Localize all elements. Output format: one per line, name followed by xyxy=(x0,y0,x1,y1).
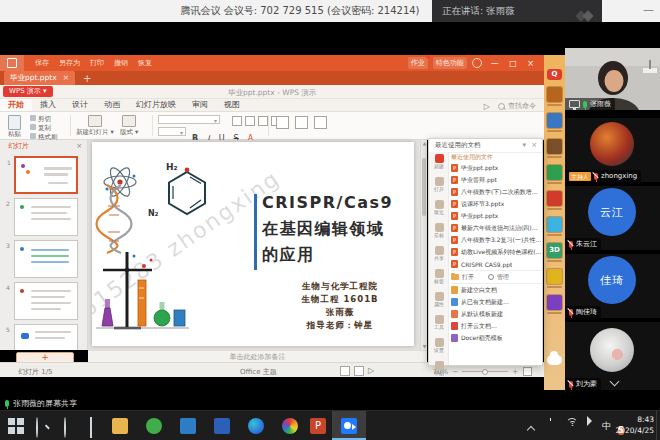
tab-insert[interactable]: 插入 xyxy=(32,99,64,111)
slide-thumbnail-4[interactable]: 4 xyxy=(14,282,78,320)
file-item[interactable]: P八年级数学3.2复习(一)共性与归纳... xyxy=(451,234,542,246)
rail-tools[interactable]: 工具 xyxy=(429,315,449,336)
file-item[interactable]: P毕业ppt.pptx xyxy=(451,210,542,222)
slide-title[interactable]: CRISPR/Cas9 在基因编辑领域 的应用 xyxy=(262,190,393,268)
rail-share[interactable]: 共享 xyxy=(429,246,449,267)
rail-open[interactable]: 打开 xyxy=(429,177,449,198)
plugin-icon[interactable] xyxy=(547,269,562,284)
file-item[interactable]: P八年级数学(下)二次函数培优复习义... xyxy=(451,186,542,198)
pin-icon[interactable]: ▾ xyxy=(522,139,526,152)
save-as-button[interactable]: 另存为 xyxy=(59,58,80,68)
tray-expand-icon[interactable] xyxy=(528,418,544,434)
rail-settings[interactable]: 设置 xyxy=(429,338,449,359)
sorter-view-icon[interactable] xyxy=(354,366,364,376)
participant-tile[interactable]: 主持人 zhongxing xyxy=(565,118,660,182)
slide-thumbnail-3[interactable]: 3 xyxy=(14,240,78,278)
tab-close-icon[interactable]: × xyxy=(63,73,69,82)
plugin-icon[interactable] xyxy=(547,113,562,128)
new-item[interactable]: 打开云文档… xyxy=(451,320,542,332)
plugin-icon[interactable] xyxy=(547,191,562,206)
scrollbar-thumb[interactable] xyxy=(422,158,426,216)
font-size-select[interactable]: ▾ xyxy=(158,127,186,136)
rail-tag[interactable]: 标签 xyxy=(429,269,449,290)
slide-thumbnail-1[interactable]: 1 xyxy=(14,156,78,194)
task-view-icon[interactable] xyxy=(90,418,106,434)
show-desktop-button[interactable] xyxy=(656,411,660,440)
new-slide-button[interactable]: 新建幻灯片 ▾ xyxy=(76,115,114,137)
participant-tile[interactable]: 刘为豪 xyxy=(565,322,660,390)
layout-button[interactable]: 版式 ▾ xyxy=(120,115,138,137)
plugin-icon[interactable] xyxy=(547,87,562,102)
tab-review[interactable]: 审阅 xyxy=(184,99,216,111)
slide-thumbnail-5[interactable]: 5 xyxy=(14,324,78,350)
scroll-down-icon[interactable]: ▼ xyxy=(421,344,428,349)
photos-icon[interactable] xyxy=(180,418,196,434)
tencent-meeting-icon[interactable] xyxy=(341,418,357,434)
features-button[interactable]: 特色功能 xyxy=(433,57,467,69)
export-icon[interactable] xyxy=(314,116,327,129)
file-item[interactable]: PCRISPR CAS9.ppt xyxy=(451,258,542,270)
print-button[interactable]: 打印 xyxy=(90,58,104,68)
save-button[interactable]: 保存 xyxy=(35,58,49,68)
notes-placeholder[interactable]: 单击此处添加备注 xyxy=(88,350,427,362)
align-left-icon[interactable] xyxy=(258,116,268,126)
fit-window-icon[interactable] xyxy=(523,367,532,376)
taskbar-clock[interactable]: 8:43 2020/4/25 xyxy=(616,414,654,436)
collapse-panel-icon[interactable] xyxy=(610,377,620,387)
homework-button[interactable]: 作业 xyxy=(408,57,428,69)
manage-button[interactable]: 管理 xyxy=(497,273,509,282)
file-explorer-icon[interactable] xyxy=(112,418,128,434)
paint3d-icon[interactable] xyxy=(282,418,298,434)
rail-star[interactable]: 星标 xyxy=(429,223,449,244)
cut-button[interactable]: 剪切 xyxy=(30,115,58,124)
tray-mic-icon[interactable] xyxy=(548,418,564,434)
mail-app-icon[interactable] xyxy=(214,418,230,434)
slide-subtitle[interactable]: 生物与化学工程院 生物工程 1601B 张雨薇 指导老师：钟星 xyxy=(270,280,410,332)
font-name-select[interactable]: ▾ xyxy=(158,115,220,124)
close-icon[interactable]: × xyxy=(531,139,537,152)
zoom-out-icon[interactable]: − xyxy=(452,368,458,376)
plugin-icon[interactable] xyxy=(547,295,562,310)
numbering-icon[interactable] xyxy=(245,116,255,126)
undo-button[interactable]: 撤销 xyxy=(114,58,128,68)
start-button[interactable] xyxy=(8,418,24,434)
zoom-slider-knob[interactable] xyxy=(482,369,488,375)
wps-menu-button[interactable]: WPS 演示 ▾ xyxy=(3,86,53,97)
plugin-icon[interactable] xyxy=(547,165,562,180)
theme-status[interactable]: Office 主题 xyxy=(240,367,277,377)
wps-window-controls[interactable]: — □ × xyxy=(491,59,538,68)
rail-recent[interactable]: 最近 xyxy=(429,200,449,221)
vertical-scrollbar[interactable]: ▲ ▼ xyxy=(420,140,427,350)
zoom-in-icon[interactable]: + xyxy=(512,368,518,376)
search-icon[interactable] xyxy=(36,418,52,434)
powerpoint-icon[interactable]: P xyxy=(310,418,326,434)
shapes-icon[interactable] xyxy=(295,116,308,129)
plugin-icon[interactable] xyxy=(547,217,562,232)
tab-view[interactable]: 视图 xyxy=(216,99,248,111)
new-item[interactable]: 从已有文档新建… xyxy=(451,296,542,308)
new-item[interactable]: 从默认模板新建 xyxy=(451,308,542,320)
play-icon[interactable]: ▷ xyxy=(368,366,374,376)
rail-help[interactable]: 帮助 xyxy=(429,361,449,382)
slide-thumbnail-2[interactable]: 2 xyxy=(14,198,78,236)
file-item[interactable]: P幼教Live视频系列特色课程(四)(二... xyxy=(451,246,542,258)
tab-animation[interactable]: 动画 xyxy=(96,99,128,111)
thumbnail-panel-title[interactable]: 幻灯片 xyxy=(8,142,29,150)
copy-button[interactable]: 复制 xyxy=(30,124,58,133)
find-command-box[interactable]: ▷ 查找命令 xyxy=(484,101,536,111)
plugin-3d-icon[interactable]: 3D xyxy=(547,243,562,258)
new-tab-button[interactable]: + xyxy=(83,73,91,84)
participant-tile-video[interactable]: 张雨薇 xyxy=(565,48,660,110)
slide[interactable]: +8615283 zhongxing H₂ N₂ xyxy=(92,142,414,346)
scroll-up-icon[interactable]: ▲ xyxy=(421,141,428,146)
bullets-icon[interactable] xyxy=(232,116,242,126)
browser-icon[interactable] xyxy=(146,418,162,434)
text-box-icon[interactable] xyxy=(276,116,289,129)
normal-view-icon[interactable] xyxy=(340,366,350,376)
cortana-icon[interactable] xyxy=(64,418,80,434)
new-item[interactable]: Docer稻壳模板 xyxy=(451,332,542,344)
rail-new[interactable]: 新建 xyxy=(429,154,449,175)
cloud-sync-icon[interactable] xyxy=(547,355,562,365)
tab-design[interactable]: 设计 xyxy=(64,99,96,111)
file-item[interactable]: P最新六年级道德与法治(四)各民族(二... xyxy=(451,222,542,234)
